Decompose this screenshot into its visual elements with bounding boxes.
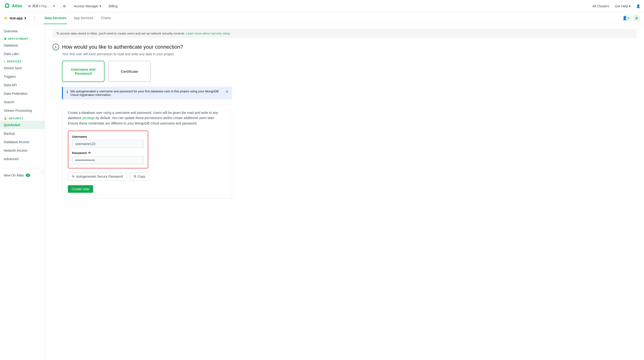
tab-data-services[interactable]: Data Services: [44, 12, 67, 24]
step-title: How would you like to authenticate your …: [62, 44, 183, 50]
sidebar-item-data-federation[interactable]: Data Federation: [0, 89, 45, 98]
alert-info-icon: ℹ: [67, 90, 68, 94]
sub-nav-right: 👤+ ⊕: [622, 14, 640, 22]
access-manager-chevron-icon: ▾: [100, 4, 101, 8]
credentials-box: Username Password 👁: [68, 131, 148, 168]
atlas-logo: Atlas: [4, 3, 22, 9]
step-header: 1 How would you like to authenticate you…: [52, 44, 636, 50]
step-section: 1 How would you like to authenticate you…: [52, 44, 636, 199]
sidebar-item-label: Data Federation: [4, 92, 28, 95]
tab-app-services[interactable]: App Services: [73, 12, 94, 24]
sidebar-item-data-lake[interactable]: Data Lake: [0, 50, 45, 58]
sidebar-item-overview[interactable]: Overview: [0, 27, 45, 35]
sidebar-item-triggers[interactable]: Triggers: [0, 72, 45, 81]
security-icon: 🔒: [4, 117, 7, 120]
form-description: Create a database user using a username …: [68, 110, 226, 126]
sidebar-bottom: New On Atlas 2: [0, 168, 45, 180]
get-help-chevron-icon: ▾: [629, 4, 630, 8]
collapse-icon: ‹: [42, 170, 44, 174]
sidebar-item-backup[interactable]: Backup: [0, 129, 45, 138]
new-on-atlas-label: New On Atlas: [4, 173, 24, 177]
sidebar-item-search[interactable]: Search: [0, 98, 45, 106]
username-input[interactable]: [72, 140, 144, 148]
org-dropdown-icon: ▾: [53, 4, 55, 8]
autogenerate-button[interactable]: ⟳ Autogenerate Secure Password: [68, 172, 127, 180]
sidebar-item-label: Search: [4, 100, 14, 104]
info-banner-text: To access data stored in Atlas, you'll n…: [56, 32, 185, 35]
password-input[interactable]: [72, 156, 144, 164]
app-menu-dots[interactable]: ⋮: [32, 15, 38, 22]
sidebar-item-stream-processing[interactable]: Stream Processing: [0, 106, 45, 115]
billing-link[interactable]: Billing: [107, 3, 120, 9]
alert-close-button[interactable]: ✕: [225, 89, 228, 94]
activity-icon: ⊕: [635, 16, 638, 20]
app-selector[interactable]: 📁 test-app ▾: [4, 16, 26, 20]
sidebar-item-data-api[interactable]: Data API: [0, 81, 45, 89]
autogenerate-label: Autogenerate Secure Password: [76, 175, 123, 178]
auth-card-certificate[interactable]: Certificate: [108, 61, 151, 82]
sidebar-item-quickstart[interactable]: Quickstart: [0, 121, 45, 129]
activity-button[interactable]: ⊕: [633, 14, 640, 22]
sidebar-item-label: Quickstart: [4, 123, 20, 127]
user-menu[interactable]: 👤: [636, 4, 640, 8]
sidebar-item-label: Advanced: [4, 157, 18, 161]
top-nav: Atlas ⊞ 通通's Org - ... ▾ ⚙ Access Manage…: [0, 0, 644, 12]
sidebar-item-label: Overview: [4, 29, 18, 33]
password-label: Password 👁: [72, 151, 144, 155]
access-manager-link[interactable]: Access Manager ▾: [72, 3, 103, 9]
org-name: 通通's Org - ...: [32, 4, 52, 8]
services-icon: ≡: [4, 60, 6, 63]
access-manager-label: Access Manager: [74, 4, 98, 8]
autogenerate-icon: ⟳: [72, 175, 75, 178]
privilege-link[interactable]: privilege: [82, 116, 95, 120]
sidebar: Overview 🖥 Deployment Database Data Lake…: [0, 24, 45, 360]
main-content: To access data stored in Atlas, you'll n…: [45, 24, 644, 360]
sidebar-item-label: Data Lake: [4, 52, 19, 56]
sidebar-item-network-access[interactable]: Network Access: [0, 146, 45, 155]
password-input-wrap: [72, 156, 144, 164]
new-on-atlas-link[interactable]: New On Atlas 2: [0, 171, 45, 180]
sidebar-item-label: Data API: [4, 83, 17, 87]
form-card: Create a database user using a username …: [62, 104, 232, 199]
get-help-link[interactable]: Get Help ▾: [615, 4, 630, 8]
sidebar-item-advanced[interactable]: Advanced: [0, 155, 45, 163]
sidebar-item-device-sync[interactable]: Device Sync: [0, 64, 45, 72]
sidebar-item-label: Network Access: [4, 149, 28, 152]
sidebar-item-database[interactable]: Database: [0, 41, 45, 50]
tab-charts[interactable]: Charts: [100, 12, 112, 24]
username-label: Username: [72, 135, 144, 138]
copy-button[interactable]: ⧉ Copy: [130, 172, 150, 180]
gear-icon: ⚙: [63, 4, 66, 8]
alert-box: ℹ We autogenerated a username and passwo…: [62, 87, 232, 99]
sub-nav: 📁 test-app ▾ ⋮ Data Services App Service…: [0, 12, 644, 24]
create-user-label: Create User: [72, 187, 89, 191]
org-icon: ⊞: [28, 4, 31, 8]
info-banner: To access data stored in Atlas, you'll n…: [52, 29, 636, 38]
new-on-atlas-badge: 2: [26, 174, 30, 177]
sidebar-section-deployment: 🖥 Deployment: [0, 35, 45, 41]
all-clusters-link[interactable]: All Clusters: [592, 4, 609, 8]
sidebar-item-label: Device Sync: [4, 66, 22, 70]
create-user-button[interactable]: Create User: [68, 185, 93, 193]
auth-card-label: Username and Password: [65, 67, 101, 75]
step-subtitle: Your first user will have permission to …: [52, 52, 636, 56]
deployment-icon: 🖥: [4, 37, 6, 40]
org-selector[interactable]: ⊞ 通通's Org - ... ▾: [26, 3, 57, 9]
action-buttons: ⟳ Autogenerate Secure Password ⧉ Copy: [68, 172, 226, 180]
add-user-button[interactable]: 👤+: [622, 14, 630, 22]
sidebar-collapse-button[interactable]: ‹: [40, 169, 45, 175]
gear-button[interactable]: ⚙: [61, 2, 68, 10]
auth-card-username-password[interactable]: Username and Password: [62, 61, 104, 82]
sidebar-item-label: Database: [4, 43, 18, 47]
sidebar-item-label: Stream Processing: [4, 109, 32, 112]
sidebar-section-services: ≡ Services: [0, 58, 45, 64]
sidebar-section-security: 🔒 Security: [0, 115, 45, 121]
main-layout: Overview 🖥 Deployment Database Data Lake…: [0, 24, 644, 360]
copy-icon: ⧉: [134, 174, 136, 178]
sidebar-item-label: Triggers: [4, 75, 16, 78]
info-banner-link[interactable]: Learn more about security setup: [186, 32, 230, 35]
password-eye-icon[interactable]: 👁: [88, 151, 91, 155]
auth-method-cards: Username and Password Certificate: [52, 61, 636, 82]
sidebar-item-database-access[interactable]: Database Access: [0, 138, 45, 146]
logo-text: Atlas: [12, 3, 22, 8]
